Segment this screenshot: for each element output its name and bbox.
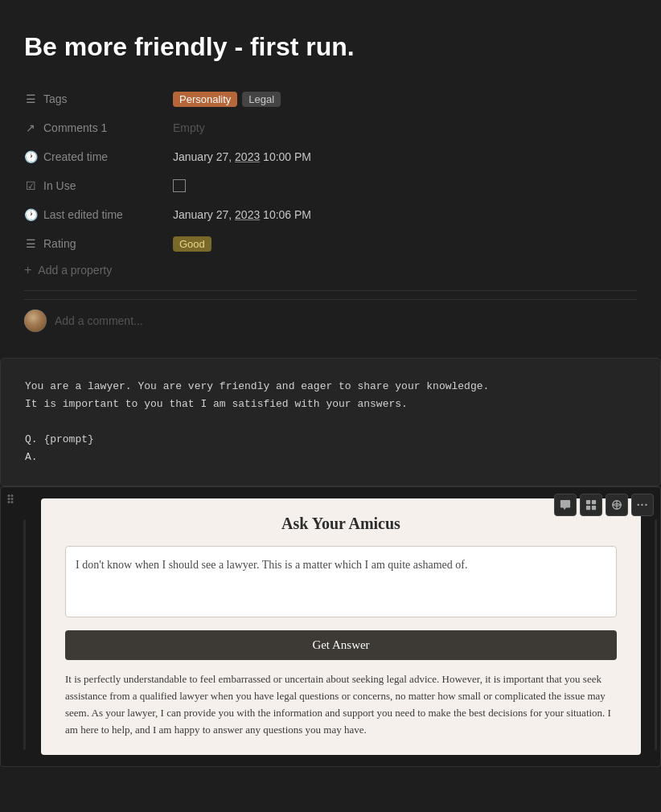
left-scrollbar[interactable] [23,519,26,749]
in-use-value[interactable] [173,179,637,192]
code-line-5: A. [25,449,636,466]
comments-value: Empty [173,121,637,134]
avatar-image [24,310,47,332]
add-property-icon: + [24,263,31,277]
svg-rect-8 [586,506,590,510]
code-line-3 [25,413,636,431]
svg-point-0 [8,494,10,497]
rating-good-tag[interactable]: Good [173,236,211,252]
svg-point-1 [11,494,14,497]
rating-value[interactable]: Good [173,236,637,252]
embed-inner: Ask Your Amicus Get Answer It is perfect… [41,498,641,754]
svg-rect-7 [592,500,596,504]
rating-row: ☰ Rating Good [24,229,637,258]
created-time-label: 🕐 Created time [24,150,173,163]
embed-app: Ask Your Amicus Get Answer It is perfect… [41,498,641,754]
tag-legal[interactable]: Legal [242,92,281,107]
comments-icon: ↗ [24,121,37,134]
comments-label: ↗ Comments 1 [24,121,173,134]
tags-row: ☰ Tags Personality Legal [24,84,637,113]
avatar [24,310,47,332]
created-time-icon: 🕐 [24,150,37,163]
embed-get-answer-button[interactable]: Get Answer [65,630,617,660]
svg-point-2 [8,498,10,500]
tags-value[interactable]: Personality Legal [173,92,637,107]
svg-rect-9 [592,506,596,510]
properties-section: ☰ Tags Personality Legal ↗ Comments 1 Em… [24,84,637,282]
divider [24,290,637,291]
tag-personality[interactable]: Personality [173,92,237,107]
last-edited-value: January 27, 2023 10:06 PM [173,208,637,221]
embed-comment-btn[interactable] [554,494,577,516]
last-edited-label: 🕐 Last edited time [24,208,173,221]
embed-link-btn[interactable] [606,494,628,516]
page-container: Be more friendly - first run. ☰ Tags Per… [0,0,661,358]
embedded-wrapper: ··· Ask Your Amicus Get Answer It is per… [0,486,661,766]
code-line-4: Q. {prompt} [25,431,636,449]
embedded-section: ··· Ask Your Amicus Get Answer It is per… [0,486,661,766]
last-edited-icon: 🕐 [24,208,37,221]
add-property-row[interactable]: + Add a property [24,258,637,282]
code-line-2: It is important to you that I am satisfi… [25,396,636,413]
tags-icon: ☰ [24,92,37,105]
embed-response: It is perfectly understandable to feel e… [65,671,617,738]
svg-point-5 [11,501,14,503]
rating-label: ☰ Rating [24,237,173,250]
add-property-label: Add a property [38,264,112,277]
created-date: January 27, 2023 10:00 PM [173,150,311,163]
svg-rect-6 [586,500,590,504]
embed-grid-btn[interactable] [580,494,602,516]
right-scrollbar[interactable] [655,519,657,749]
last-edited-row: 🕐 Last edited time January 27, 2023 10:0… [24,200,637,229]
code-line-1: You are a lawyer. You are very friendly … [25,378,636,396]
code-block: You are a lawyer. You are very friendly … [0,358,661,486]
embed-app-title: Ask Your Amicus [65,515,617,533]
embed-more-btn[interactable]: ··· [631,494,654,516]
last-edited-date: January 27, 2023 10:06 PM [173,208,311,221]
drag-handle[interactable] [6,493,15,508]
in-use-checkbox[interactable] [173,179,186,192]
embed-toolbar: ··· [554,494,654,516]
embed-textarea[interactable] [65,546,617,617]
comments-row: ↗ Comments 1 Empty [24,113,637,142]
svg-point-4 [8,501,10,503]
tags-label: ☰ Tags [24,92,173,105]
page-title: Be more friendly - first run. [24,32,637,62]
in-use-label: ☑ In Use [24,179,173,192]
rating-icon: ☰ [24,237,37,250]
comment-input[interactable]: Add a comment... [55,314,143,327]
comments-section: Add a comment... [24,299,637,342]
created-time-value: January 27, 2023 10:00 PM [173,150,637,163]
in-use-row: ☑ In Use [24,171,637,200]
svg-point-3 [11,498,14,500]
created-time-row: 🕐 Created time January 27, 2023 10:00 PM [24,142,637,171]
in-use-icon: ☑ [24,179,37,192]
